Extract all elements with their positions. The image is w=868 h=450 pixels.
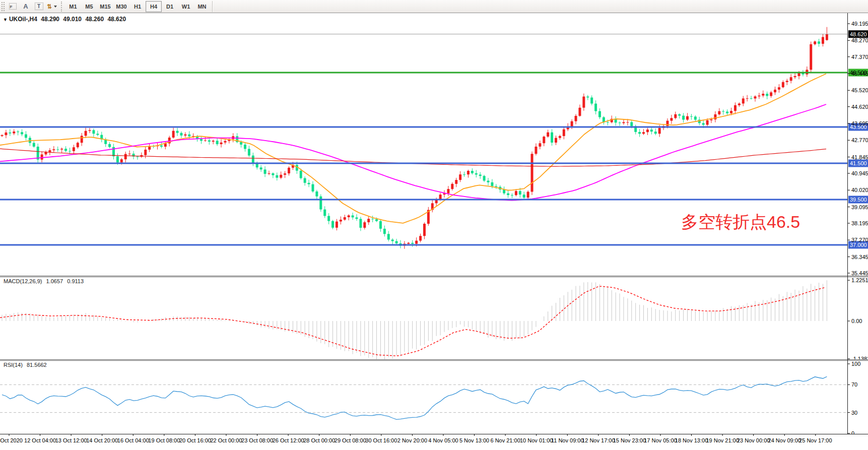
tab-timeframe-m30[interactable]: M30 (113, 1, 129, 12)
macd-name: MACD(12,26,9) (4, 278, 42, 284)
time-axis-label: 29 Oct 08:00 (335, 437, 366, 443)
text-label-icon: A (23, 3, 28, 10)
macd-value: 1.0657 (46, 278, 63, 284)
price-axis-border (847, 13, 848, 434)
time-axis-label: 12 Nov 17:00 (582, 437, 615, 443)
svg-text:41.500: 41.500 (850, 160, 867, 166)
svg-text:35.445: 35.445 (851, 270, 868, 276)
rsi-name: RSI(14) (4, 362, 23, 368)
ohlc-open: 48.290 (41, 16, 59, 23)
time-axis-label: 13 Oct 12:00 (55, 437, 87, 443)
rsi-value: 81.5662 (27, 362, 47, 368)
time-axis-label: 17 Nov 05:00 (644, 437, 677, 443)
rsi-panel-canvas[interactable]: 10070300 (0, 359, 868, 434)
panel-separator[interactable] (0, 359, 868, 360)
annotation-text: 多空转折点46.5 (681, 212, 812, 232)
time-axis-label: 25 Nov 17:00 (799, 437, 832, 443)
time-axis-label: 14 Oct 20:00 (86, 437, 118, 443)
rsi-indicator-label: RSI(14) 81.5662 (4, 362, 49, 368)
svg-text:49.195: 49.195 (851, 21, 868, 27)
toolbar-separator (61, 2, 62, 12)
time-axis-label: 4 Nov 05:00 (428, 437, 458, 443)
time-axis-label: 23 Nov 00:00 (737, 437, 770, 443)
time-axis-label: 30 Oct 16:00 (365, 437, 397, 443)
time-axis-label: 22 Oct 00:00 (210, 437, 242, 443)
svg-text:0.00: 0.00 (851, 318, 862, 324)
svg-text:48.270: 48.270 (851, 37, 868, 43)
time-axis-label: 19 Oct 08:00 (148, 437, 180, 443)
time-axis-border (0, 434, 868, 434)
svg-text:36.345: 36.345 (851, 254, 868, 260)
svg-text:42.770: 42.770 (851, 137, 868, 143)
rsi-axis-ticks: 10070300 (847, 361, 860, 434)
dropdown-caret-icon (54, 6, 57, 8)
svg-text:48.620: 48.620 (850, 31, 867, 37)
price-axis-ticks: 49.19548.27047.37046.44545.52044.62043.6… (847, 21, 868, 276)
time-axis-label: 23 Oct 08:00 (241, 437, 273, 443)
tab-timeframe-h1[interactable]: H1 (129, 1, 146, 12)
macd-indicator-label: MACD(12,26,9) 1.0657 0.9113 (4, 278, 86, 284)
time-axis-label: 12 Oct 04:00 (24, 437, 56, 443)
text-box-tool-button[interactable]: T (32, 1, 45, 12)
time-axis-label: 24 Nov 09:00 (768, 437, 801, 443)
tab-timeframe-w1[interactable]: W1 (178, 1, 194, 12)
panel-separator (0, 277, 868, 277)
macd-panel-canvas[interactable]: 1.22510.00-1.1383 (0, 276, 868, 359)
svg-text:37.270: 37.270 (851, 237, 868, 243)
svg-text:40.945: 40.945 (851, 170, 868, 176)
svg-text:-1.1383: -1.1383 (851, 356, 868, 359)
panel-separator (0, 360, 868, 361)
svg-text:41.845: 41.845 (851, 154, 868, 160)
main-chart-canvas[interactable]: 46.50043.50041.50039.50037.00048.62049.1… (0, 13, 868, 276)
symbol-header: ▼UKOil-,H4 48.290 49.010 48.260 48.620 (3, 16, 128, 23)
ma-lines-layer (0, 74, 826, 223)
time-axis[interactable]: 9 Oct 202012 Oct 04:0013 Oct 12:0014 Oct… (0, 434, 868, 450)
time-axis-label: 15 Nov 23:00 (613, 437, 646, 443)
ohlc-low: 48.260 (85, 16, 104, 23)
svg-text:43.695: 43.695 (851, 120, 868, 126)
tab-timeframe-d1[interactable]: D1 (162, 1, 178, 12)
svg-text:47.370: 47.370 (851, 54, 868, 60)
tab-timeframe-m1[interactable]: M1 (65, 1, 81, 12)
arrows-tool-button[interactable]: ⇅ (45, 1, 58, 12)
tab-timeframe-m5[interactable]: M5 (81, 1, 97, 12)
svg-text:39.500: 39.500 (850, 197, 867, 203)
toolbar: F A T ⇅ M1 M5 M15 M30 H1 H4 D1 W1 MN (0, 0, 868, 13)
svg-text:44.620: 44.620 (851, 104, 868, 110)
time-axis-label: 28 Oct 00:00 (303, 437, 335, 443)
macd-axis-ticks: 1.22510.00-1.1383 (847, 277, 868, 359)
frame-tool-icon: F (9, 3, 17, 10)
frame-tool-button[interactable]: F (6, 1, 19, 12)
text-label-tool-button[interactable]: A (19, 1, 32, 12)
svg-text:70: 70 (851, 381, 857, 388)
time-axis-label: 10 Nov 01:00 (520, 437, 553, 443)
panel-separator[interactable] (0, 276, 868, 276)
ma-mid-magenta (0, 104, 826, 201)
svg-text:1.2251: 1.2251 (851, 277, 868, 283)
time-axis-label: 16 Oct 04:00 (117, 437, 149, 443)
symbol-dropdown-icon[interactable]: ▼ (3, 17, 8, 22)
tab-timeframe-mn[interactable]: MN (194, 1, 210, 12)
svg-text:46.445: 46.445 (851, 71, 868, 77)
svg-text:100: 100 (851, 361, 860, 367)
toolbar-drag-handle[interactable] (1, 2, 5, 12)
rsi-line (2, 376, 827, 419)
terminal-window: F A T ⇅ M1 M5 M15 M30 H1 H4 D1 W1 MN 46.… (0, 0, 868, 450)
svg-text:38.195: 38.195 (851, 220, 868, 226)
ohlc-high: 49.010 (63, 16, 82, 23)
svg-text:39.095: 39.095 (851, 204, 868, 210)
symbol-name: UKOil-,H4 (9, 16, 37, 23)
time-axis-label: 5 Nov 13:00 (459, 437, 489, 443)
time-axis-label: 26 Oct 12:00 (273, 437, 304, 443)
time-axis-label: 20 Oct 16:00 (179, 437, 211, 443)
time-axis-label: 9 Oct 2020 (0, 437, 23, 443)
tab-timeframe-m15[interactable]: M15 (97, 1, 113, 12)
svg-text:45.520: 45.520 (851, 87, 868, 93)
text-box-icon: T (35, 3, 43, 10)
svg-text:30: 30 (851, 410, 857, 416)
ohlc-close: 48.620 (107, 16, 126, 23)
ma-fast-orange (0, 74, 826, 223)
tab-timeframe-h4[interactable]: H4 (146, 1, 162, 12)
macd-histogram-layer (2, 280, 827, 359)
toolbar-separator (212, 1, 213, 12)
